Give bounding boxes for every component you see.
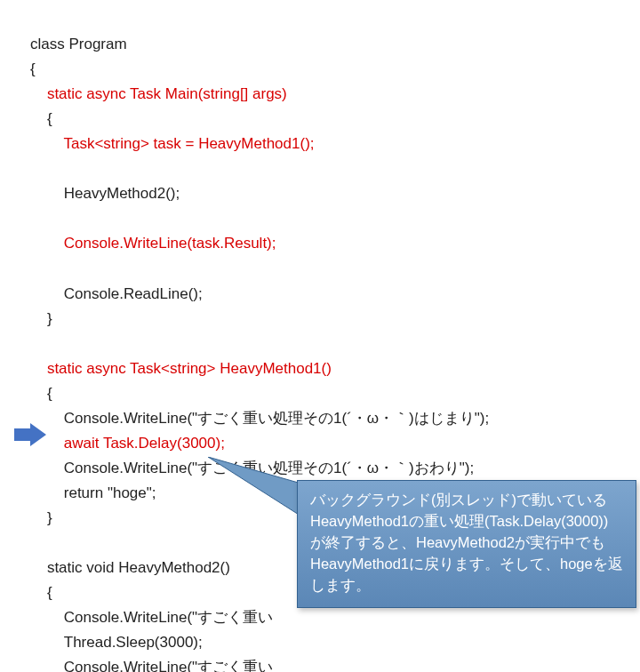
code-line: { xyxy=(30,60,36,77)
current-line-arrow-icon xyxy=(14,423,46,446)
code-line: Console.WriteLine("すごく重い処理その1(´・ω・｀)おわり"… xyxy=(30,460,474,476)
code-line: Console.ReadLine(); xyxy=(30,285,203,302)
code-line: Task<string> task = HeavyMethod1(); xyxy=(30,135,315,152)
svg-marker-0 xyxy=(14,423,46,446)
code-line: { xyxy=(30,385,52,402)
explanation-callout: バックグラウンド(別スレッド)で動いているHeavyMethod1の重い処理(T… xyxy=(297,480,636,608)
code-line: Console.WriteLine("すごく重い xyxy=(30,609,273,626)
code-line: { xyxy=(30,584,52,601)
code-line: Thread.Sleep(3000); xyxy=(30,634,203,651)
code-line: static void HeavyMethod2() xyxy=(30,559,230,576)
code-line: Console.WriteLine("すごく重い処理その1(´・ω・｀)はじまり… xyxy=(30,410,489,427)
code-line: static async Task<string> HeavyMethod1() xyxy=(30,360,332,377)
code-line: } xyxy=(30,509,52,526)
code-line: HeavyMethod2(); xyxy=(30,185,180,202)
callout-text: バックグラウンド(別スレッド)で動いているHeavyMethod1の重い処理(T… xyxy=(310,492,623,593)
code-line: Console.WriteLine("すごく重い xyxy=(30,659,273,672)
code-line: return "hoge"; xyxy=(30,484,156,501)
code-line: await Task.Delay(3000); xyxy=(30,435,225,452)
code-line: class Program xyxy=(30,36,127,52)
code-line: } xyxy=(30,310,52,327)
code-line: Console.WriteLine(task.Result); xyxy=(30,235,276,252)
code-line: static async Task Main(string[] args) xyxy=(30,85,287,102)
code-line: { xyxy=(30,110,52,127)
